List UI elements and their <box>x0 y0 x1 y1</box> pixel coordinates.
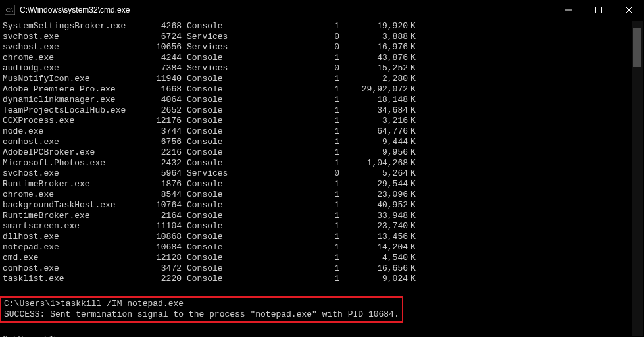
proc-pid: 1668 <box>134 84 182 95</box>
proc-session: Console <box>182 53 239 63</box>
minimize-button[interactable] <box>553 0 583 20</box>
proc-session: Console <box>182 211 239 221</box>
process-row: RuntimeBroker.exe2164Console133,948K <box>3 211 641 221</box>
proc-mem: 40,952 <box>339 200 408 211</box>
proc-session: Console <box>182 274 239 284</box>
mem-unit: K <box>408 126 416 137</box>
svg-rect-3 <box>596 7 602 13</box>
proc-session: Console <box>182 21 239 32</box>
scrollbar-thumb[interactable] <box>633 28 641 67</box>
process-row: smartscreen.exe11104Console123,740K <box>3 221 641 232</box>
proc-pid: 4268 <box>134 21 182 32</box>
process-row: TeamProjectsLocalHub.exe2652Console134,6… <box>3 105 641 116</box>
proc-mem: 2,280 <box>339 74 408 84</box>
proc-mem: 16,976 <box>339 42 408 53</box>
proc-session-num: 1 <box>239 190 339 200</box>
proc-mem: 19,920 <box>339 21 408 32</box>
close-button[interactable] <box>614 0 644 20</box>
proc-session-num: 0 <box>239 168 339 179</box>
proc-mem: 23,740 <box>339 221 408 232</box>
mem-unit: K <box>408 179 416 190</box>
terminal-output[interactable]: SystemSettingsBroker.exe4268Console119,9… <box>0 20 644 337</box>
highlighted-command-block: C:\Users\1>taskkill /IM notepad.exeSUCCE… <box>0 296 403 323</box>
mem-unit: K <box>408 158 416 168</box>
proc-session: Console <box>182 232 239 242</box>
proc-pid: 7384 <box>134 63 182 74</box>
process-row: RuntimeBroker.exe1876Console129,544K <box>3 179 641 190</box>
proc-name: svchost.exe <box>3 42 134 53</box>
proc-session: Console <box>182 84 239 95</box>
mem-unit: K <box>408 63 416 74</box>
window-title: C:\Windows\system32\cmd.exe <box>20 5 130 14</box>
proc-session-num: 1 <box>239 21 339 32</box>
proc-session: Console <box>182 221 239 232</box>
current-prompt-line[interactable]: C:\Users\1> <box>3 334 641 337</box>
proc-session-num: 1 <box>239 253 339 263</box>
process-row: MusNotifyIcon.exe11940Console12,280K <box>3 74 641 84</box>
proc-mem: 15,252 <box>339 63 408 74</box>
proc-pid: 12128 <box>134 253 182 263</box>
proc-session: Console <box>182 116 239 126</box>
proc-name: MusNotifyIcon.exe <box>3 74 134 84</box>
proc-session-num: 1 <box>239 263 339 274</box>
proc-session-num: 1 <box>239 126 339 137</box>
proc-session-num: 1 <box>239 158 339 168</box>
proc-name: dllhost.exe <box>3 232 134 242</box>
mem-unit: K <box>408 53 416 63</box>
process-row: Microsoft.Photos.exe2432Console11,04,268… <box>3 158 641 168</box>
proc-pid: 3744 <box>134 126 182 137</box>
proc-session: Console <box>182 147 239 158</box>
proc-pid: 10684 <box>134 242 182 253</box>
mem-unit: K <box>408 137 416 147</box>
proc-session-num: 1 <box>239 53 339 63</box>
blank-line <box>3 284 641 295</box>
proc-pid: 4064 <box>134 95 182 105</box>
proc-name: svchost.exe <box>3 168 134 179</box>
proc-name: notepad.exe <box>3 242 134 253</box>
proc-pid: 2432 <box>134 158 182 168</box>
proc-session-num: 0 <box>239 63 339 74</box>
process-row: tasklist.exe2220Console19,024K <box>3 274 641 284</box>
maximize-button[interactable] <box>583 0 614 20</box>
scrollbar[interactable] <box>632 21 643 336</box>
proc-mem: 29,544 <box>339 179 408 190</box>
proc-name: dynamiclinkmanager.exe <box>3 95 134 105</box>
mem-unit: K <box>408 211 416 221</box>
proc-pid: 2220 <box>134 274 182 284</box>
prompt: C:\Users\1> <box>4 299 61 309</box>
process-row: svchost.exe5964Services05,264K <box>3 168 641 179</box>
proc-name: chrome.exe <box>3 53 134 63</box>
proc-session-num: 1 <box>239 179 339 190</box>
mem-unit: K <box>408 200 416 211</box>
process-row: svchost.exe6724Services03,888K <box>3 32 641 42</box>
proc-name: RuntimeBroker.exe <box>3 179 134 190</box>
proc-session-num: 1 <box>239 242 339 253</box>
process-row: AdobeIPCBroker.exe2216Console19,956K <box>3 147 641 158</box>
proc-session: Console <box>182 137 239 147</box>
proc-name: RuntimeBroker.exe <box>3 211 134 221</box>
mem-unit: K <box>408 105 416 116</box>
proc-pid: 12176 <box>134 116 182 126</box>
proc-name: conhost.exe <box>3 137 134 147</box>
mem-unit: K <box>408 147 416 158</box>
mem-unit: K <box>408 74 416 84</box>
blank-line <box>3 324 641 334</box>
process-row: conhost.exe3472Console116,656K <box>3 263 641 274</box>
proc-pid: 6756 <box>134 137 182 147</box>
mem-unit: K <box>408 21 416 32</box>
proc-pid: 10656 <box>134 42 182 53</box>
process-row: CCXProcess.exe12176Console13,216K <box>3 116 641 126</box>
proc-pid: 10868 <box>134 232 182 242</box>
proc-mem: 4,540 <box>339 253 408 263</box>
process-row: svchost.exe10656Services016,976K <box>3 42 641 53</box>
process-row: chrome.exe8544Console123,096K <box>3 190 641 200</box>
proc-session-num: 1 <box>239 232 339 242</box>
proc-pid: 2216 <box>134 147 182 158</box>
process-row: SystemSettingsBroker.exe4268Console119,9… <box>3 21 641 32</box>
proc-session: Console <box>182 179 239 190</box>
proc-name: TeamProjectsLocalHub.exe <box>3 105 134 116</box>
proc-name: conhost.exe <box>3 263 134 274</box>
proc-session: Console <box>182 95 239 105</box>
svg-text:C:\: C:\ <box>6 7 14 13</box>
proc-mem: 9,956 <box>339 147 408 158</box>
